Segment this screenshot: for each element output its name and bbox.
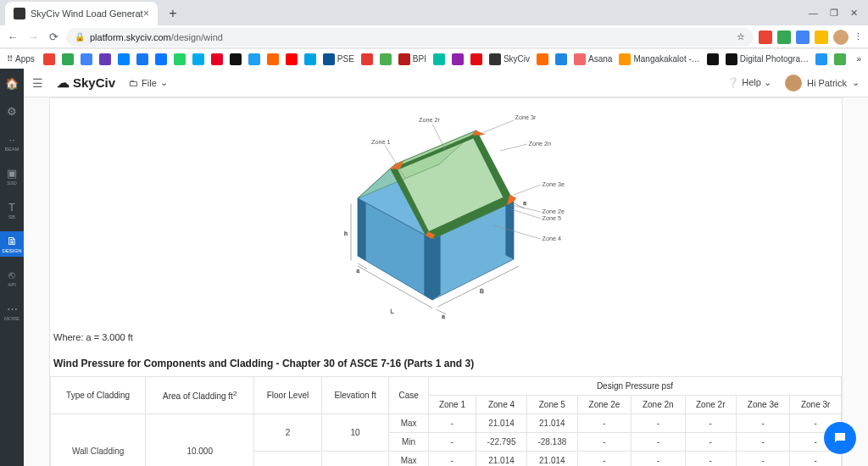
bookmark-icon	[248, 53, 260, 65]
user-menu[interactable]: Hi Patrick ⌄	[785, 75, 860, 92]
svg-text:L: L	[390, 308, 393, 315]
svg-line-29	[480, 120, 514, 134]
bookmark-item[interactable]	[380, 53, 392, 65]
bookmark-item[interactable]	[304, 53, 316, 65]
bookmark-icon	[43, 53, 55, 65]
module-label: SB	[8, 214, 15, 219]
bookmark-item[interactable]	[174, 53, 186, 65]
bookmark-icon	[62, 53, 74, 65]
ext-icon[interactable]	[777, 31, 791, 44]
sidebar-item[interactable]: TSB	[0, 197, 24, 223]
svg-text:Zone 2n: Zone 2n	[529, 140, 551, 147]
ext-icon[interactable]	[815, 31, 828, 44]
bookmark-icon	[267, 53, 279, 65]
maximize-icon[interactable]: ❐	[830, 8, 838, 19]
bookmark-item[interactable]	[361, 53, 373, 65]
bookmark-item[interactable]	[62, 53, 74, 65]
new-tab-button[interactable]: +	[163, 3, 183, 24]
sidebar-item[interactable]: ⎋API	[0, 265, 24, 291]
bookmark-item[interactable]: Asana	[574, 53, 612, 65]
sidebar-item[interactable]: 🏠	[0, 74, 24, 93]
ext-icon[interactable]	[796, 31, 810, 44]
hamburger-icon[interactable]: ☰	[32, 76, 43, 90]
bookmarks-overflow[interactable]: »	[856, 54, 861, 64]
sidebar-item[interactable]: 🗎DESIGN	[0, 231, 24, 257]
bookmark-item[interactable]	[99, 53, 111, 65]
chevron-down-icon: ⌄	[852, 77, 860, 88]
cell-floor: 2	[254, 414, 322, 452]
bookmark-item[interactable]	[43, 53, 55, 65]
browser-tab[interactable]: SkyCiv Wind Load Generat ×	[5, 2, 158, 25]
bookmark-item[interactable]	[286, 53, 298, 65]
bookmark-icon	[211, 53, 223, 65]
content-scroll[interactable]: h L B a a a	[24, 97, 868, 466]
sidebar-item[interactable]: ⋯MORE	[0, 299, 24, 325]
svg-text:Zone 2r: Zone 2r	[419, 116, 440, 124]
window-close-icon[interactable]: ✕	[850, 8, 858, 19]
bookmark-item[interactable]	[555, 53, 567, 65]
sidebar-item[interactable]: ▣S3D	[0, 164, 24, 189]
svg-line-34	[511, 205, 541, 212]
back-icon[interactable]: ←	[5, 31, 20, 43]
chat-fab[interactable]	[824, 422, 856, 454]
bookmark-icon	[81, 53, 92, 65]
sidebar-item[interactable]: ⚙	[0, 102, 24, 121]
bookmark-item[interactable]	[211, 53, 223, 65]
bookmark-item[interactable]	[537, 53, 548, 65]
file-menu[interactable]: 🗀 File ⌄	[129, 77, 168, 88]
menu-icon[interactable]: ⋮	[854, 31, 863, 42]
bookmark-item[interactable]	[267, 53, 279, 65]
bookmark-item[interactable]	[136, 53, 148, 65]
close-icon[interactable]: ×	[143, 8, 149, 19]
bookmark-item[interactable]	[155, 53, 167, 65]
bookmark-item[interactable]	[433, 53, 445, 65]
bookmark-item[interactable]: PSE	[323, 53, 354, 65]
bookmark-item[interactable]: SkyCiv	[489, 53, 530, 65]
bookmark-item[interactable]	[192, 53, 204, 65]
address-bar[interactable]: 🔒 platform.skyciv.com/design/wind ☆	[66, 28, 754, 47]
svg-line-33	[514, 185, 541, 195]
help-menu[interactable]: ❔ Help ⌄	[727, 77, 771, 88]
cell-pressure: -	[790, 452, 842, 467]
cell-pressure: -	[737, 414, 790, 433]
col-zone: Zone 1	[428, 396, 476, 414]
bookmark-item[interactable]	[470, 53, 482, 65]
bookmark-item[interactable]	[452, 53, 464, 65]
bookmark-item[interactable]	[230, 53, 242, 65]
svg-text:h: h	[344, 230, 348, 237]
cell-pressure: -	[632, 414, 685, 433]
sidebar-item[interactable]: ··BEAM	[0, 130, 24, 155]
ext-icon[interactable]	[759, 31, 772, 44]
bookmark-icon	[834, 53, 846, 65]
module-icon: ▣	[7, 167, 17, 180]
reload-icon[interactable]: ⟳	[46, 31, 61, 43]
cell-type: Wall Cladding	[51, 414, 146, 467]
bookmark-item[interactable]: FaultFinder	[834, 53, 848, 65]
forward-icon[interactable]: →	[25, 31, 41, 43]
bookmark-item[interactable]	[118, 53, 130, 65]
user-greeting: Hi Patrick	[807, 78, 847, 88]
minimize-icon[interactable]: —	[809, 8, 818, 19]
bookmark-item[interactable]: Mangakakalot -…	[619, 53, 699, 65]
app-topbar: ☰ ☁ SkyCiv 🗀 File ⌄ ❔ Help ⌄ Hi Patrick …	[24, 69, 868, 97]
tab-favicon	[14, 8, 25, 19]
browser-chrome: SkyCiv Wind Load Generat × + — ❐ ✕ ← → ⟳…	[0, 0, 868, 48]
bookmark-item[interactable]	[707, 53, 719, 65]
star-icon[interactable]: ☆	[737, 31, 745, 42]
bookmark-item[interactable]	[815, 53, 827, 65]
bookmark-item[interactable]: Digital Photogra…	[726, 53, 809, 65]
bookmark-item[interactable]	[248, 53, 260, 65]
cell-elev: 10	[321, 414, 389, 452]
bookmark-item[interactable]: BPI	[398, 53, 426, 65]
profile-avatar[interactable]	[833, 30, 849, 45]
brand-logo[interactable]: ☁ SkyCiv	[57, 75, 115, 91]
cell-case: Max	[389, 452, 428, 467]
module-sidebar: 🏠⚙··BEAM▣S3DTSB🗎DESIGN⎋API⋯MORE	[0, 69, 24, 466]
bookmark-icon	[470, 53, 482, 65]
apps-button[interactable]: ⠿ Apps	[7, 54, 35, 64]
cell-floor: 3	[254, 452, 322, 467]
bookmark-icon	[286, 53, 298, 65]
bookmark-item[interactable]	[81, 53, 92, 65]
cell-pressure: 21.014	[476, 452, 527, 467]
cell-pressure: -	[577, 452, 631, 467]
